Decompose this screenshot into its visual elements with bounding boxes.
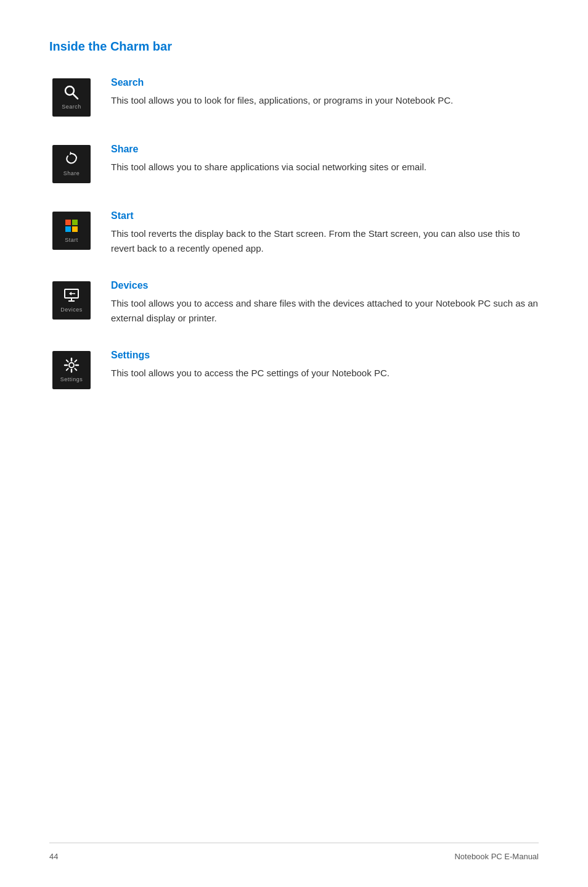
svg-rect-2 bbox=[65, 220, 71, 225]
settings-icon bbox=[63, 357, 80, 374]
charm-item-search: Search Search This tool allows you to lo… bbox=[49, 75, 539, 120]
svg-line-15 bbox=[67, 360, 68, 362]
svg-line-16 bbox=[75, 368, 76, 370]
search-heading: Search bbox=[111, 75, 539, 90]
svg-point-10 bbox=[69, 363, 74, 368]
start-icon-label: Start bbox=[65, 236, 78, 245]
svg-rect-5 bbox=[72, 226, 78, 232]
devices-content: Devices This tool allows you to access a… bbox=[111, 278, 539, 326]
devices-description: This tool allows you to access and share… bbox=[111, 296, 539, 326]
devices-heading: Devices bbox=[111, 278, 539, 293]
settings-icon-box: Settings bbox=[52, 351, 91, 389]
charm-item-start: Start Start This tool reverts the displa… bbox=[49, 208, 539, 256]
devices-icon bbox=[63, 287, 80, 304]
settings-heading: Settings bbox=[111, 348, 539, 363]
devices-icon-wrapper: Devices bbox=[49, 278, 94, 323]
devices-icon-box: Devices bbox=[52, 281, 91, 320]
start-icon-box: Start bbox=[52, 212, 91, 250]
search-description: This tool allows you to look for files, … bbox=[111, 93, 539, 108]
settings-icon-label: Settings bbox=[60, 376, 83, 384]
search-icon-wrapper: Search bbox=[49, 75, 94, 120]
page-number: 44 bbox=[49, 851, 58, 863]
settings-description: This tool allows you to access the PC se… bbox=[111, 366, 539, 381]
share-description: This tool allows you to share applicatio… bbox=[111, 160, 539, 175]
charm-item-devices: Devices Devices This tool allows you to … bbox=[49, 278, 539, 326]
start-content: Start This tool reverts the display back… bbox=[111, 208, 539, 256]
svg-rect-4 bbox=[65, 226, 71, 232]
search-icon-box: Search bbox=[52, 78, 91, 117]
charm-item-settings: Settings Settings This tool allows you t… bbox=[49, 348, 539, 392]
search-content: Search This tool allows you to look for … bbox=[111, 75, 539, 108]
start-heading: Start bbox=[111, 208, 539, 223]
share-content: Share This tool allows you to share appl… bbox=[111, 142, 539, 175]
svg-rect-3 bbox=[72, 220, 78, 225]
start-icon bbox=[63, 217, 80, 234]
page-footer: 44 Notebook PC E-Manual bbox=[49, 843, 539, 863]
share-icon bbox=[63, 151, 80, 168]
devices-icon-label: Devices bbox=[60, 306, 83, 315]
charm-item-share: Share Share This tool allows you to shar… bbox=[49, 142, 539, 186]
search-icon bbox=[63, 84, 80, 101]
share-icon-label: Share bbox=[63, 170, 80, 178]
start-description: This tool reverts the display back to th… bbox=[111, 226, 539, 256]
svg-line-17 bbox=[75, 360, 76, 362]
start-icon-wrapper: Start bbox=[49, 208, 94, 253]
share-icon-box: Share bbox=[52, 145, 91, 183]
search-icon-label: Search bbox=[62, 103, 81, 112]
share-heading: Share bbox=[111, 142, 539, 157]
manual-title: Notebook PC E-Manual bbox=[454, 851, 539, 863]
settings-icon-wrapper: Settings bbox=[49, 348, 94, 392]
settings-content: Settings This tool allows you to access … bbox=[111, 348, 539, 381]
svg-line-18 bbox=[67, 368, 68, 370]
share-icon-wrapper: Share bbox=[49, 142, 94, 186]
svg-line-1 bbox=[73, 94, 78, 99]
page-title: Inside the Charm bar bbox=[49, 37, 539, 56]
